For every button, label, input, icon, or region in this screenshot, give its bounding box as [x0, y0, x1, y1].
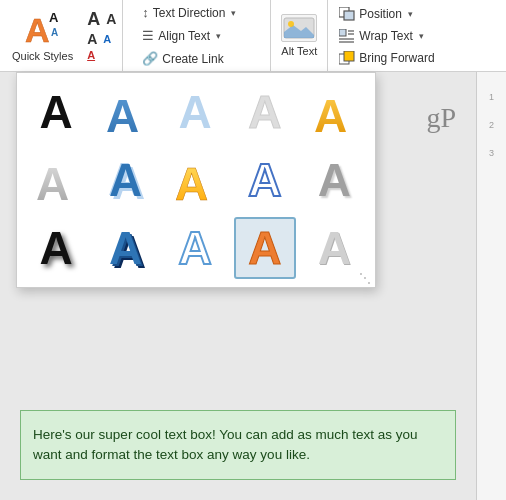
- resize-handle[interactable]: ⋱: [359, 271, 371, 285]
- wrap-text-chevron: ▾: [419, 31, 424, 41]
- font-medium2-button[interactable]: A: [85, 31, 99, 47]
- text-direction-item[interactable]: ↕ Text Direction ▾: [139, 3, 262, 22]
- font-row-2: A A: [85, 31, 118, 47]
- quick-styles-button[interactable]: A A A Quick Styles: [4, 0, 81, 71]
- style-cell-6[interactable]: A: [25, 149, 87, 211]
- arrange-group: Position ▾ Wrap Text ▾: [328, 0, 448, 71]
- svg-point-5: [288, 21, 294, 27]
- style-cell-12[interactable]: A: [95, 217, 157, 279]
- style-cell-1[interactable]: A: [25, 81, 87, 143]
- style-cell-9[interactable]: A: [234, 149, 296, 211]
- ruler-mark-1: 1: [489, 92, 494, 102]
- ruler-mark-3: 3: [489, 148, 494, 158]
- style-cell-15[interactable]: A: [303, 217, 365, 279]
- styles-grid: A A A A A A A A: [25, 81, 367, 279]
- ruler-mark-2: 2: [489, 120, 494, 130]
- bring-forward-icon: [339, 51, 355, 65]
- text-direction-icon: ↕: [142, 5, 149, 20]
- style-cell-3[interactable]: A: [164, 81, 226, 143]
- svg-text:A: A: [49, 10, 59, 25]
- styles-dropdown: A A A A A A A A: [16, 72, 376, 288]
- create-link-icon: 🔗: [142, 51, 158, 66]
- font-group: A A A A A: [81, 0, 123, 71]
- text-direction-chevron: ▾: [231, 8, 236, 18]
- create-link-item[interactable]: 🔗 Create Link: [139, 49, 262, 68]
- text-direction-label: Text Direction: [153, 6, 226, 20]
- gp-text: gP: [426, 102, 456, 134]
- svg-text:A: A: [36, 158, 69, 206]
- font-large-button[interactable]: A: [85, 9, 102, 29]
- ruler-right: 1 2 3: [476, 72, 506, 500]
- bring-forward-item[interactable]: Bring Forward: [336, 49, 440, 67]
- align-text-icon: ☰: [142, 28, 154, 43]
- svg-text:A: A: [51, 27, 58, 38]
- svg-text:A: A: [175, 158, 208, 206]
- text-box-content: Here's our super cool text box! You can …: [33, 427, 418, 462]
- svg-text:A: A: [25, 11, 50, 48]
- align-text-chevron: ▾: [216, 31, 221, 41]
- style-cell-13[interactable]: A: [164, 217, 226, 279]
- create-link-label: Create Link: [162, 52, 223, 66]
- font-row-3: A: [85, 49, 118, 62]
- position-icon: [339, 7, 355, 21]
- svg-rect-7: [344, 11, 354, 20]
- font-small-blue-button[interactable]: A: [101, 33, 113, 46]
- align-text-item[interactable]: ☰ Align Text ▾: [139, 26, 262, 45]
- position-label: Position: [359, 7, 402, 21]
- svg-rect-8: [339, 29, 346, 36]
- text-group: ↕ Text Direction ▾ ☰ Align Text ▾ 🔗 Crea…: [131, 0, 271, 71]
- svg-text:A: A: [314, 90, 347, 138]
- quick-styles-label: Quick Styles: [12, 50, 73, 63]
- alt-text-group[interactable]: Alt Text: [271, 0, 328, 71]
- text-box[interactable]: Here's our super cool text box! You can …: [20, 410, 456, 481]
- style-cell-2[interactable]: A: [95, 81, 157, 143]
- style-cell-7[interactable]: A: [95, 149, 157, 211]
- style-cell-8[interactable]: A: [164, 149, 226, 211]
- position-chevron: ▾: [408, 9, 413, 19]
- position-item[interactable]: Position ▾: [336, 5, 440, 23]
- font-medium-button[interactable]: A: [104, 11, 118, 27]
- alt-text-icon: [281, 14, 317, 42]
- font-small-button[interactable]: A: [85, 49, 97, 62]
- svg-rect-14: [344, 51, 354, 61]
- wrap-text-label: Wrap Text: [359, 29, 413, 43]
- font-row-1: A A: [85, 9, 118, 29]
- style-cell-4[interactable]: A: [234, 81, 296, 143]
- align-text-label: Align Text: [158, 29, 210, 43]
- alt-text-label: Alt Text: [281, 45, 317, 57]
- style-cell-11[interactable]: A: [25, 217, 87, 279]
- svg-text:A: A: [106, 90, 139, 138]
- style-cell-14[interactable]: A: [234, 217, 296, 279]
- bring-forward-label: Bring Forward: [359, 51, 434, 65]
- style-cell-5[interactable]: A: [303, 81, 365, 143]
- style-cell-10[interactable]: A: [303, 149, 365, 211]
- quick-styles-icon: A A A: [23, 8, 63, 48]
- ribbon: A A A Quick Styles A A A A A ↕ Text Dire…: [0, 0, 506, 72]
- wrap-text-icon: [339, 29, 355, 43]
- wrap-text-item[interactable]: Wrap Text ▾: [336, 27, 440, 45]
